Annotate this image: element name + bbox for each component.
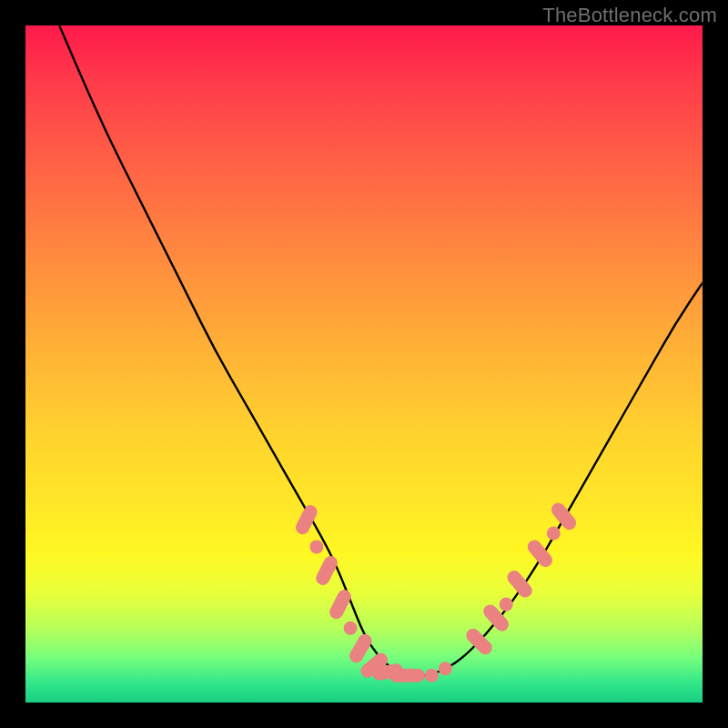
marker-layer: [293, 500, 579, 682]
marker-dot: [425, 669, 439, 682]
curve-layer: [59, 25, 703, 675]
marker-dot: [547, 527, 561, 541]
marker-dot: [411, 669, 425, 682]
marker-pill: [293, 503, 319, 537]
marker-pill: [328, 588, 354, 622]
chart-frame: TheBottleneck.com: [0, 0, 728, 728]
marker-dot: [344, 622, 358, 635]
marker-pill: [314, 553, 340, 587]
marker-pill: [504, 568, 534, 601]
plot-svg: [25, 25, 703, 703]
bottleneck-curve: [59, 25, 703, 675]
marker-dot: [500, 598, 513, 612]
plot-area: [25, 25, 703, 703]
marker-dot: [309, 540, 323, 553]
marker-dot: [439, 662, 452, 675]
watermark-text: TheBottleneck.com: [542, 4, 717, 27]
